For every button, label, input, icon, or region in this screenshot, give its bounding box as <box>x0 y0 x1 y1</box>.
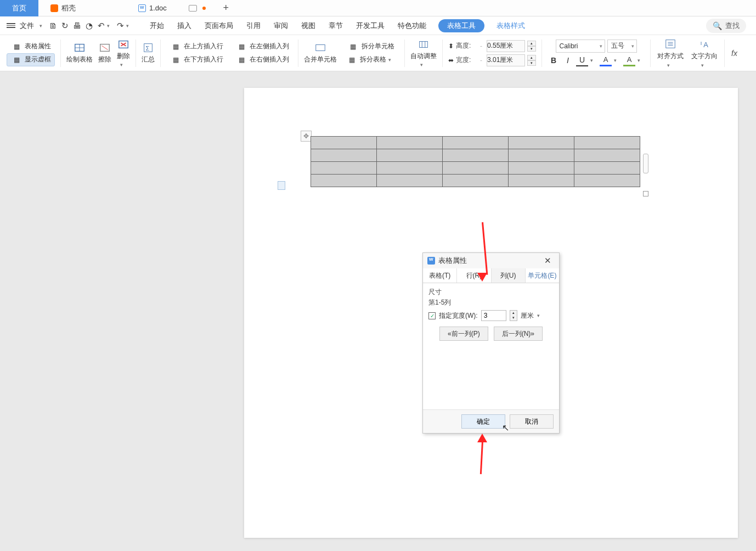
chevron-down-icon[interactable]: ▾ <box>614 58 617 63</box>
ribbon-tab-layout[interactable]: 页面布局 <box>198 16 240 35</box>
unit-label: 厘米 <box>521 311 534 321</box>
ribbon-tab-features[interactable]: 特色功能 <box>391 16 433 35</box>
dialog-titlebar[interactable]: 表格属性 ✕ <box>423 253 559 268</box>
delete-icon <box>117 38 129 50</box>
chevron-down-icon[interactable]: ▾ <box>637 58 640 63</box>
auto-fit-button[interactable]: 自动调整▾ <box>408 37 439 69</box>
table-resize-handle[interactable] <box>643 191 648 196</box>
dimensions-group: ⬍ 高度: - 0.55厘米 ▴▾ ⬌ 宽度: - 3.01厘米 ▴▾ <box>446 37 538 70</box>
tab-document-label: 1.doc <box>149 4 167 12</box>
width-label: 宽度: <box>456 55 476 65</box>
undo-icon[interactable]: ↶ <box>95 20 107 32</box>
tab-daoke-label: 稻壳 <box>61 3 76 13</box>
ribbon-tab-table-tools[interactable]: 表格工具 <box>438 19 484 32</box>
width-input[interactable]: 3.01厘米 <box>487 54 525 66</box>
column-width-input[interactable] <box>481 310 506 321</box>
chevron-down-icon[interactable]: ▾ <box>590 58 593 63</box>
dialog-close-button[interactable]: ✕ <box>540 256 555 266</box>
cancel-button[interactable]: 取消 <box>510 414 554 429</box>
delete-button[interactable]: 删除▾ <box>115 37 132 69</box>
gridlines-icon: ▦ <box>10 54 22 66</box>
height-spinner[interactable]: ▴▾ <box>527 41 536 52</box>
insert-col-left-button[interactable]: ▦ 在左侧插入列 <box>232 40 292 53</box>
height-input[interactable]: 0.55厘米 <box>487 40 525 52</box>
search-box[interactable]: 🔍 查找 <box>706 19 746 33</box>
show-gridlines-button[interactable]: ▦ 显示虚框 <box>7 53 55 66</box>
insert-rows-group: ▦ 在上方插入行 ▦ 在下方插入行 <box>164 37 229 70</box>
chevron-down-icon[interactable]: ▾ <box>107 23 110 29</box>
dialog-tab-table[interactable]: 表格(T) <box>423 268 457 283</box>
file-menu-label: 文件 <box>20 21 34 31</box>
ribbon-tab-table-style[interactable]: 表格样式 <box>490 16 532 35</box>
prev-column-button[interactable]: «前一列(P) <box>439 327 488 341</box>
formula-button[interactable]: fx <box>728 47 741 60</box>
document-area: ✥ 表格属性 ✕ 表格(T) 行(R) 列(U) 单元格(E) 尺寸 第1-5列… <box>0 71 756 551</box>
split-cells-button[interactable]: ▦ 拆分单元格 <box>344 40 398 53</box>
tab-document[interactable]: 1.doc <box>126 0 179 16</box>
underline-button[interactable]: U <box>576 54 588 66</box>
tab-home[interactable]: 首页 <box>0 0 38 16</box>
tab-add-button[interactable]: + <box>218 2 234 14</box>
italic-button[interactable]: I <box>562 54 574 66</box>
insert-row-below-button[interactable]: ▦ 在下方插入行 <box>166 53 227 66</box>
summary-icon: Σ <box>142 42 154 54</box>
table-properties-button[interactable]: ▦ 表格属性 <box>7 40 54 53</box>
ok-button[interactable]: 确定 <box>461 414 505 429</box>
file-menu[interactable]: 文件 ▾ <box>7 21 47 31</box>
table-side-handle[interactable] <box>643 154 648 173</box>
specify-width-checkbox[interactable]: ✓ <box>428 312 436 319</box>
next-column-button[interactable]: 后一列(N)» <box>494 327 543 341</box>
document-table[interactable] <box>311 136 640 187</box>
ribbon-tab-insert[interactable]: 插入 <box>171 16 198 35</box>
search-label: 查找 <box>725 21 740 31</box>
column-width-spinner[interactable]: ▴▾ <box>510 310 517 321</box>
draw-table-button[interactable]: 绘制表格 <box>64 41 95 65</box>
insert-row-above-icon: ▦ <box>170 41 182 53</box>
font-color-button[interactable]: A <box>600 54 612 66</box>
dialog-tab-row[interactable]: 行(R) <box>457 268 491 283</box>
print-preview-icon[interactable]: ◔ <box>83 20 95 32</box>
text-direction-button[interactable]: IA 文字方向▾ <box>688 36 721 70</box>
redo-icon[interactable]: ↷ <box>114 20 126 32</box>
print-icon[interactable]: 🖶 <box>71 20 83 32</box>
save-as-icon[interactable]: ↻ <box>59 20 71 32</box>
eraser-button[interactable]: 擦除 <box>96 41 114 65</box>
alignment-button[interactable]: 对齐方式▾ <box>654 36 687 70</box>
width-spinner[interactable]: ▴▾ <box>527 55 536 66</box>
dialog-tab-column[interactable]: 列(U) <box>492 268 526 283</box>
split-table-button[interactable]: ▦ 拆分表格▾ <box>342 53 399 66</box>
highlight-button[interactable]: A <box>623 54 635 66</box>
ribbon-tab-references[interactable]: 引用 <box>240 16 267 35</box>
save-icon[interactable]: 🗎 <box>47 20 59 32</box>
column-range-label: 第1-5列 <box>428 298 554 307</box>
insert-col-left-icon: ▦ <box>235 41 247 53</box>
insert-row-below-icon: ▦ <box>170 54 182 66</box>
font-family-select[interactable]: Calibri <box>556 40 605 53</box>
dialog-tabs: 表格(T) 行(R) 列(U) 单元格(E) <box>423 268 559 283</box>
table-move-handle[interactable]: ✥ <box>301 131 312 142</box>
dialog-tab-cell[interactable]: 单元格(E) <box>526 268 559 283</box>
height-label: 高度: <box>456 41 476 50</box>
font-size-select[interactable]: 五号 <box>607 40 637 53</box>
row-height-icon: ⬍ <box>448 42 454 50</box>
ribbon-tab-view[interactable]: 视图 <box>295 16 322 35</box>
chevron-down-icon: ▾ <box>701 63 704 68</box>
ribbon-tab-developer[interactable]: 开发工具 <box>349 16 391 35</box>
chevron-down-icon[interactable]: ▾ <box>537 313 540 318</box>
ribbon-tab-review[interactable]: 审阅 <box>267 16 295 35</box>
tab-window-indicator[interactable] <box>179 0 210 16</box>
bold-button[interactable]: B <box>548 54 560 66</box>
split-cells-icon: ▦ <box>347 41 359 53</box>
tab-daoke[interactable]: 稻壳 <box>38 0 88 16</box>
chevron-down-icon[interactable]: ▾ <box>126 23 129 29</box>
ribbon-tab-section[interactable]: 章节 <box>322 16 349 35</box>
dialog-footer: 确定 取消 <box>423 409 559 433</box>
table-properties-icon: ▦ <box>10 41 22 53</box>
insert-row-above-button[interactable]: ▦ 在上方插入行 <box>166 40 227 53</box>
summary-button[interactable]: Σ 汇总 <box>139 41 157 65</box>
insert-col-right-button[interactable]: ▦ 在右侧插入列 <box>232 53 292 66</box>
split-table-icon: ▦ <box>346 54 358 66</box>
unsaved-dot-icon <box>202 7 206 10</box>
merge-cells-button[interactable]: 合并单元格 <box>302 41 339 65</box>
ribbon-tab-start[interactable]: 开始 <box>143 16 171 35</box>
